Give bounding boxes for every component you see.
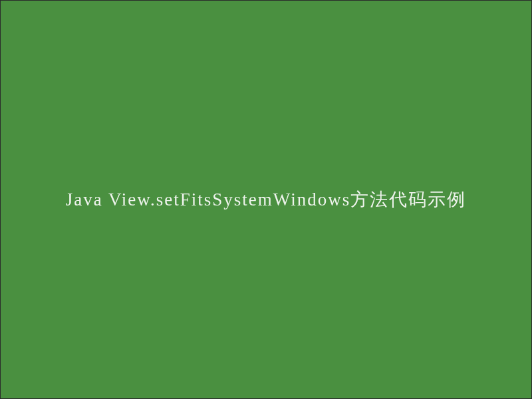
slide-title: Java View.setFitsSystemWindows方法代码示例 bbox=[66, 188, 467, 211]
slide-canvas: Java View.setFitsSystemWindows方法代码示例 bbox=[0, 0, 532, 399]
